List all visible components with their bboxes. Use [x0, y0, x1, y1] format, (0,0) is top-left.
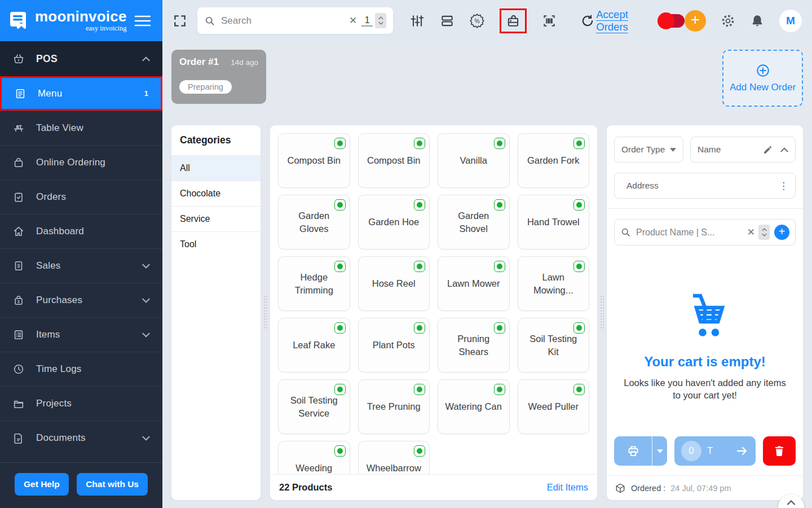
product-card[interactable]: Hand Trowel [518, 195, 590, 249]
veg-indicator-icon [494, 199, 505, 211]
product-card[interactable]: Leaf Rake [278, 318, 350, 373]
settings-gear-icon[interactable] [721, 14, 735, 28]
clear-product-search-icon[interactable]: ✕ [744, 226, 758, 238]
fullscreen-icon[interactable] [173, 14, 187, 28]
sidebar-item-menu[interactable]: Menu 1 [0, 76, 162, 111]
sidebar-item-purchases[interactable]: $ Purchases [0, 283, 162, 317]
veg-indicator-icon [494, 322, 505, 334]
product-card[interactable]: Compost Bin [278, 133, 350, 188]
user-avatar[interactable]: M [779, 10, 802, 32]
add-button[interactable]: + [685, 10, 706, 32]
quantity-stepper[interactable] [375, 13, 386, 28]
product-card[interactable]: Garden Fork [518, 133, 590, 188]
clear-search-icon[interactable]: ✕ [346, 15, 360, 27]
veg-indicator-icon [334, 445, 346, 457]
sidebar-item-online-ordering[interactable]: Online Ordering [0, 145, 162, 179]
get-help-button[interactable]: Get Help [15, 473, 69, 496]
sidebar-item-projects[interactable]: Projects [0, 386, 162, 421]
sidebar-item-table-view[interactable]: Table View [0, 111, 162, 145]
print-icon[interactable] [614, 436, 652, 466]
add-product-button[interactable]: + [774, 225, 789, 240]
delete-order-button[interactable] [763, 436, 796, 466]
product-name: Compost Bin [367, 154, 420, 167]
category-chocolate[interactable]: Chocolate [171, 181, 261, 206]
filters-icon[interactable] [410, 14, 425, 28]
barcode-icon[interactable] [542, 14, 557, 28]
sidebar-item-time-logs[interactable]: Time Logs [0, 352, 162, 386]
notifications-bell-icon[interactable] [750, 14, 765, 28]
rows-icon[interactable] [440, 14, 454, 28]
product-card[interactable]: Lawn Mowing... [518, 256, 590, 311]
accept-orders[interactable]: Accept Orders [580, 8, 647, 33]
product-card[interactable]: Watering Can [438, 379, 510, 434]
print-split-button[interactable] [614, 436, 667, 466]
caret-down-icon [670, 148, 676, 152]
product-name: Hedge Trimming [285, 271, 343, 296]
product-card[interactable]: Hose Reel [358, 256, 430, 311]
discount-icon[interactable]: % [470, 14, 484, 28]
hamburger-menu-icon[interactable] [134, 15, 151, 27]
product-card[interactable]: Garden Hoe [358, 195, 430, 249]
edit-items-link[interactable]: Edit Items [547, 482, 588, 493]
product-qty-stepper[interactable] [758, 225, 770, 240]
product-card[interactable]: Vanilla [438, 133, 510, 188]
veg-indicator-icon [494, 384, 505, 395]
product-name: Weeding [295, 462, 332, 474]
product-card[interactable]: Weed Puller [518, 379, 590, 434]
order-type-dropdown[interactable]: Order Type [614, 137, 683, 163]
checkout-button[interactable]: 0 T [674, 436, 756, 466]
topbar-tools: % [410, 8, 557, 33]
chevron-up-icon[interactable] [780, 147, 788, 152]
add-new-order-button[interactable]: Add New Order [722, 50, 803, 107]
annotation-highlight-box [500, 8, 527, 33]
sidebar-section-pos[interactable]: POS [0, 41, 162, 76]
product-card[interactable]: Lawn Mower [438, 256, 510, 311]
sidebar-item-items[interactable]: Items [0, 317, 162, 352]
product-card[interactable]: Hedge Trimming [278, 256, 350, 311]
category-all[interactable]: All [171, 155, 261, 181]
stepper-down-icon [378, 21, 383, 25]
product-card[interactable]: Soil Testing Kit [518, 318, 590, 373]
product-search-input[interactable] [636, 227, 744, 238]
product-card[interactable]: Garden Shovel [438, 195, 510, 249]
product-card[interactable]: Weeding [278, 441, 350, 474]
customer-name-field[interactable]: Name [690, 137, 796, 163]
chat-with-us-button[interactable]: Chat with Us [77, 473, 148, 496]
veg-indicator-icon [334, 322, 346, 334]
order-age: 14d ago [231, 58, 258, 67]
product-card[interactable]: Compost Bin [358, 133, 430, 188]
product-name: Hand Trowel [527, 216, 580, 228]
accept-orders-link[interactable]: Accept Orders [596, 8, 647, 33]
sidebar-item-sales[interactable]: $ Sales [0, 248, 162, 283]
product-card[interactable]: Plant Pots [358, 318, 430, 373]
toggle-knob [657, 12, 674, 29]
add-new-order-label: Add New Order [730, 82, 796, 93]
panel-resize-handle[interactable] [597, 125, 607, 500]
search-input[interactable] [221, 15, 346, 27]
address-field[interactable]: Address ⋮ [614, 173, 796, 199]
sidebar-item-dashboard[interactable]: Dashboard [0, 214, 162, 248]
print-options-caret[interactable] [652, 436, 667, 466]
category-service[interactable]: Service [171, 206, 261, 231]
product-card[interactable]: Wheelbarrow [358, 441, 430, 474]
quantity-input[interactable] [361, 15, 373, 27]
kebab-menu-icon[interactable]: ⋮ [779, 180, 788, 192]
edit-pencil-icon[interactable] [763, 145, 773, 155]
items-list-icon [12, 329, 25, 341]
product-name: Garden Shovel [445, 209, 502, 235]
product-card[interactable]: Garden Gloves [278, 195, 350, 249]
product-card[interactable]: Pruning Shears [438, 318, 510, 373]
veg-indicator-icon [334, 261, 346, 272]
order-status-badge: Preparing [179, 80, 232, 94]
product-card[interactable]: Soil Testing Service [278, 379, 350, 434]
pos-bag-icon[interactable] [506, 14, 520, 28]
accept-orders-toggle[interactable] [660, 14, 685, 28]
product-card[interactable]: Tree Pruning [358, 379, 430, 434]
panel-resize-handle[interactable] [261, 125, 270, 500]
sidebar-item-orders[interactable]: Orders [0, 179, 162, 214]
category-tool[interactable]: Tool [171, 231, 261, 257]
veg-indicator-icon [334, 199, 346, 211]
home-icon [12, 225, 25, 238]
sidebar-item-documents[interactable]: Documents [0, 421, 162, 455]
order-card[interactable]: Order #1 14d ago Preparing [171, 50, 266, 104]
